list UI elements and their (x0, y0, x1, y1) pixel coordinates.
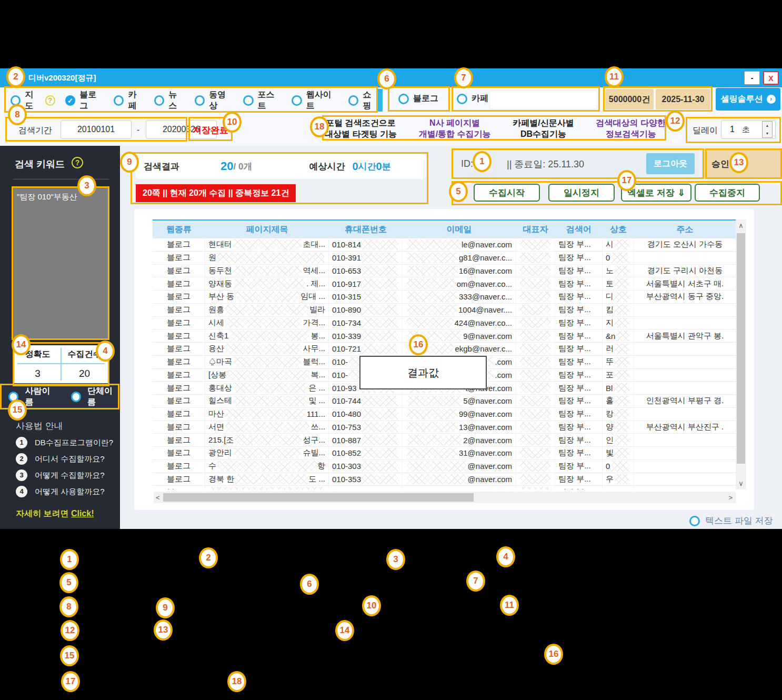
cell-email: 2@naver.com (403, 434, 516, 446)
table-row[interactable]: 블로그수항010-303@naver.com팀장 부...0 (153, 460, 736, 473)
radio-circle (154, 95, 164, 106)
start-collect-button[interactable]: 수집시작 (474, 184, 540, 202)
cell-title: 용산사무... (205, 343, 329, 355)
column-header-kw[interactable]: 검색어 (555, 224, 603, 235)
cell-email: 16@naver.com (403, 265, 516, 277)
scroll-left-icon[interactable]: < (156, 494, 160, 502)
help-icon[interactable]: ? (45, 95, 55, 106)
table-row[interactable]: 블로그신축1봉...010-3399@naver.com팀장 부...&n서울특… (153, 329, 736, 343)
cell-title: 힐스테및 ... (205, 395, 329, 407)
table-row[interactable]: 블로그마산111...010-48099@naver.com팀장 부...캉 (153, 408, 736, 421)
spinner-up-icon[interactable]: ▲ (763, 122, 772, 129)
cafe-url-input[interactable] (489, 91, 597, 109)
cell-kw: 팀장 부... (555, 421, 603, 434)
close-button[interactable]: X (763, 71, 779, 85)
horizontal-scroll-thumb[interactable] (163, 493, 474, 502)
column-header-ceo[interactable]: 대표자 (516, 224, 555, 235)
cell-email: ekgb@naver.c... (403, 343, 516, 355)
cell-addr (634, 317, 736, 329)
table-row[interactable]: 블로그경북 한도 ...010-353@naver.com팀장 부...우 (153, 473, 736, 486)
keyword-help-icon[interactable]: ? (72, 157, 83, 168)
column-header-web[interactable]: 웹종류 (153, 224, 205, 235)
table-row[interactable]: 블로그서면쓰...010-75313@naver.com팀장 부...양부산광역… (153, 421, 736, 434)
table-row[interactable]: 블로그힐스테및 ...010-7445@naver.com팀장 부...홀인천광… (153, 395, 736, 408)
text-file-save-option[interactable]: 텍스트 파일 저장 (689, 515, 773, 527)
period-dash: - (137, 125, 139, 135)
spinner-down-icon[interactable]: ▼ (763, 129, 772, 137)
cell-kw: 팀장 부... (555, 252, 603, 264)
usage-item: 2어디서 수집할까요? (16, 453, 116, 465)
radio-circle (398, 94, 409, 104)
more-click-link[interactable]: Click! (71, 509, 94, 518)
horizontal-scrollbar[interactable]: < > (154, 492, 736, 503)
selling-solution-button[interactable]: 셀링솔루션 › (716, 88, 780, 111)
accuracy-count-table: 정확도 수집건수 3 20 (14, 345, 108, 383)
table-row[interactable]: 블로그광안리슈빌...010-85231@naver.com팀장 부...빛 (153, 447, 736, 460)
table-row[interactable]: 블로그용산사무...010-721ekgb@naver.c...팀장 부...러 (153, 343, 736, 356)
portal-tab-포스트[interactable]: 포스트 (243, 89, 282, 112)
vertical-scroll-thumb[interactable] (737, 233, 745, 464)
cell-title: 현대터초대... (205, 238, 329, 251)
portal-tab-카페[interactable]: 카페 (114, 89, 144, 112)
scroll-right-icon[interactable]: > (728, 494, 733, 502)
keyword-textarea[interactable]: "팀장 010"부동산 (13, 187, 108, 339)
id-label: ID: (461, 158, 473, 169)
column-header-email[interactable]: 이메일 (403, 224, 516, 235)
period-from-input[interactable] (61, 120, 132, 139)
cell-kw: 팀장 부... (555, 447, 603, 459)
scroll-up-icon[interactable]: ∧ (736, 222, 746, 229)
cell-phone: 010-391 (329, 252, 403, 264)
eta-hours-unit: 시간 (358, 161, 376, 173)
table-row[interactable]: 블로그부산 동임대 ...010-315333@naver.c...팀장 부..… (153, 291, 736, 304)
cell-ceo (516, 238, 555, 251)
radio-group[interactable] (71, 392, 81, 402)
portal-tab-지도[interactable]: 지도? (11, 89, 55, 112)
stop-collect-button[interactable]: 수집중지 (695, 184, 760, 202)
delay-spinner[interactable]: ▲ ▼ (762, 121, 773, 138)
column-header-addr[interactable]: 주소 (634, 224, 736, 235)
logout-button[interactable]: 로그아웃 (646, 153, 695, 174)
table-row[interactable]: 블로그원010-391g81@naver.c...팀장 부...0 (153, 252, 736, 265)
minimize-button[interactable]: - (744, 71, 760, 85)
excel-save-button[interactable]: 엑셀로 저장 ⇓ (621, 184, 691, 202)
portal-tab-블로그[interactable]: ✓블로그 (65, 89, 104, 112)
result-count: 20 (220, 159, 233, 173)
table-row[interactable]: 블로그동두천역세...010-65316@naver.com팀장 부...노경기… (153, 265, 736, 278)
eta-minutes-unit: 분 (382, 161, 391, 173)
portal-tab-동영상[interactable]: 동영상 (195, 89, 233, 112)
cell-title: ♤마곡블럭... (205, 356, 329, 368)
table-row[interactable]: 블로그215.[조성구...010-8872@naver.com팀장 부...인 (153, 434, 736, 447)
usage-number-icon: 1 (16, 437, 27, 448)
legend-badge-9: 9 (156, 597, 175, 618)
column-header-title[interactable]: 페이지제목 (205, 224, 329, 235)
radio-circle (114, 95, 124, 106)
cell-phone: 010-653 (329, 265, 403, 277)
cell-name: 디 (603, 291, 634, 303)
radio-person[interactable] (8, 392, 18, 402)
table-row[interactable]: 블로그시세가격...010-734424@naver.co...팀장 부...지 (153, 317, 736, 330)
portal-tab-웹사이트[interactable]: 웹사이트 (292, 89, 338, 112)
portal-tab-label: 카페 (128, 89, 144, 112)
legend-badge-12: 12 (61, 620, 79, 641)
cell-web: 블로그 (153, 421, 205, 434)
cell-name: 킴 (603, 304, 634, 316)
radio-cafe-target[interactable]: 카페 (457, 93, 488, 104)
scroll-down-icon[interactable]: ∨ (736, 479, 746, 487)
table-row[interactable]: 블로그현대터초대...010-814le@naver.com팀장 부...시경기… (153, 238, 736, 252)
table-row[interactable]: 블로그원흥빌라010-8901004@naver....팀장 부...킴 (153, 304, 736, 317)
table-row[interactable]: 블로그팀장 부... (153, 486, 736, 489)
vertical-scrollbar[interactable]: ∧ ∨ (736, 219, 746, 489)
table-row[interactable]: 블로그양재동. 제...010-917om@naver.co...팀장 부...… (153, 277, 736, 291)
selling-label: 셀링솔루션 (721, 94, 763, 105)
cell-email: 99@naver.com (403, 408, 516, 421)
cell-kw: 팀장 부... (555, 291, 603, 303)
legend-badge-1: 1 (60, 549, 79, 570)
column-header-phone[interactable]: 휴대폰번호 (329, 224, 403, 235)
column-header-name[interactable]: 상호 (603, 224, 634, 235)
portal-tab-뉴스[interactable]: 뉴스 (154, 89, 185, 112)
portal-tab-쇼핑[interactable]: 쇼핑 (348, 89, 379, 112)
radio-blog-target[interactable]: 블로그 (398, 93, 438, 104)
cell-web: 블로그 (153, 486, 205, 489)
cell-title: 215.[조성구... (205, 434, 329, 446)
pause-button[interactable]: 일시정지 (548, 184, 615, 202)
